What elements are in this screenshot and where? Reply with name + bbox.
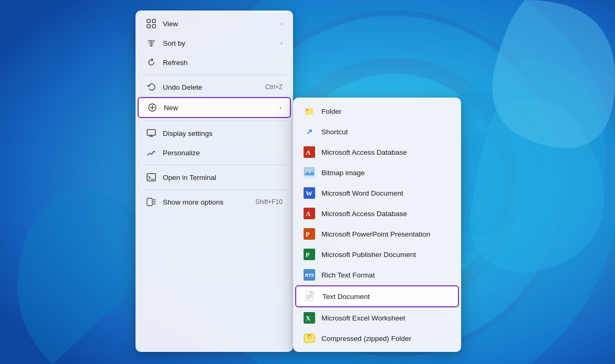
svg-rect-5 <box>152 19 155 23</box>
svg-text:P: P <box>306 251 309 259</box>
menu-item-view[interactable]: View › <box>138 14 291 33</box>
svg-rect-7 <box>152 25 155 28</box>
access1-label: Microsoft Access Database <box>321 148 451 156</box>
shortcut-icon: ↗ <box>304 126 315 137</box>
new-label: New <box>164 104 273 112</box>
zip-label: Compressed (zipped) Folder <box>321 335 451 342</box>
submenu-item-bitmap[interactable]: Bitmap image <box>295 163 459 183</box>
word-label: Microsoft Word Document <box>321 189 451 197</box>
submenu-item-shortcut[interactable]: ↗ Shortcut <box>295 122 459 142</box>
rtf-label: Rich Text Format <box>321 271 451 279</box>
more-icon <box>146 197 157 207</box>
submenu-item-zip[interactable]: Compressed (zipped) Folder <box>295 328 459 348</box>
publisher-label: Microsoft Publisher Document <box>321 251 451 259</box>
sort-arrow: › <box>280 40 283 46</box>
display-icon <box>146 128 157 138</box>
publisher-icon: P <box>304 249 315 260</box>
svg-text:X: X <box>306 314 311 322</box>
divider-2 <box>142 121 287 121</box>
submenu-item-publisher[interactable]: P Microsoft Publisher Document <box>295 244 459 264</box>
excel-icon: X <box>304 312 315 324</box>
menu-item-sort-by[interactable]: Sort by › <box>138 34 291 52</box>
refresh-icon <box>146 57 157 68</box>
submenu-item-ppt[interactable]: P Microsoft PowerPoint Presentation <box>295 224 459 244</box>
grid-icon <box>146 18 157 29</box>
svg-rect-10 <box>147 174 155 181</box>
svg-text:W: W <box>306 189 312 197</box>
menu-item-new[interactable]: New › <box>138 97 291 118</box>
svg-text:RTF: RTF <box>305 273 315 278</box>
view-arrow: › <box>280 20 283 27</box>
svg-rect-4 <box>147 19 150 23</box>
menu-item-personalize[interactable]: Personalize <box>138 143 291 162</box>
access2-label: Microsoft Access Database <box>321 210 451 218</box>
svg-text:A: A <box>306 210 311 218</box>
access-icon-2: A <box>304 208 315 219</box>
svg-rect-6 <box>147 25 150 28</box>
ppt-icon: P <box>304 228 315 240</box>
context-menu-wrapper: View › Sort by › Refresh <box>135 10 461 352</box>
divider-1 <box>142 74 287 75</box>
context-menu: View › Sort by › Refresh <box>135 10 293 352</box>
svg-rect-36 <box>308 336 310 338</box>
folder-label: Folder <box>321 108 451 115</box>
txt-label: Text Document <box>322 293 450 301</box>
undo-label: Undo Delete <box>163 83 259 91</box>
access-icon-1: A <box>304 146 315 158</box>
personalize-icon <box>146 147 157 158</box>
submenu-item-txt[interactable]: Text Document <box>295 285 459 307</box>
terminal-label: Open in Terminal <box>163 174 283 181</box>
submenu-item-access2[interactable]: A Microsoft Access Database <box>295 204 459 223</box>
menu-item-refresh[interactable]: Refresh <box>138 53 291 72</box>
ppt-label: Microsoft PowerPoint Presentation <box>321 230 451 238</box>
submenu-item-folder[interactable]: 📁 Folder <box>295 101 459 121</box>
svg-rect-11 <box>147 198 152 206</box>
sort-icon <box>146 38 157 48</box>
menu-item-terminal[interactable]: Open in Terminal <box>138 168 291 187</box>
divider-4 <box>142 189 287 190</box>
svg-point-16 <box>306 169 308 172</box>
display-label: Display settings <box>163 130 283 137</box>
svg-rect-9 <box>147 130 155 135</box>
terminal-icon <box>146 172 157 183</box>
sort-by-label: Sort by <box>163 39 274 47</box>
undo-shortcut: Ctrl+Z <box>265 83 283 91</box>
submenu-item-excel[interactable]: X Microsoft Excel Worksheet <box>295 308 459 328</box>
svg-text:P: P <box>306 231 309 238</box>
bitmap-icon <box>304 167 315 178</box>
new-icon <box>147 102 158 113</box>
new-arrow: › <box>279 104 282 111</box>
zip-icon <box>304 333 315 344</box>
submenu-item-word[interactable]: W Microsoft Word Document <box>295 183 459 203</box>
more-options-shortcut: Shift+F10 <box>255 198 283 206</box>
submenu-item-access1[interactable]: A Microsoft Access Database <box>295 142 459 162</box>
refresh-label: Refresh <box>163 59 283 67</box>
shortcut-label: Shortcut <box>321 128 451 136</box>
excel-label: Microsoft Excel Worksheet <box>321 314 451 322</box>
new-submenu: 📁 Folder ↗ Shortcut A Microsoft Access D… <box>293 98 461 352</box>
txt-icon <box>305 291 316 302</box>
more-options-label: Show more options <box>163 198 249 206</box>
undo-icon <box>146 82 157 92</box>
rtf-icon: RTF <box>304 269 315 281</box>
folder-icon: 📁 <box>304 105 315 117</box>
menu-item-undo[interactable]: Undo Delete Ctrl+Z <box>138 78 291 97</box>
personalize-label: Personalize <box>163 149 283 157</box>
view-label: View <box>163 20 274 28</box>
submenu-item-rtf[interactable]: RTF Rich Text Format <box>295 265 459 285</box>
menu-item-more-options[interactable]: Show more options Shift+F10 <box>138 192 291 211</box>
word-icon: W <box>304 187 315 199</box>
svg-text:A: A <box>306 148 311 156</box>
divider-3 <box>142 165 287 165</box>
menu-item-display[interactable]: Display settings <box>138 124 291 143</box>
bitmap-label: Bitmap image <box>321 169 451 177</box>
